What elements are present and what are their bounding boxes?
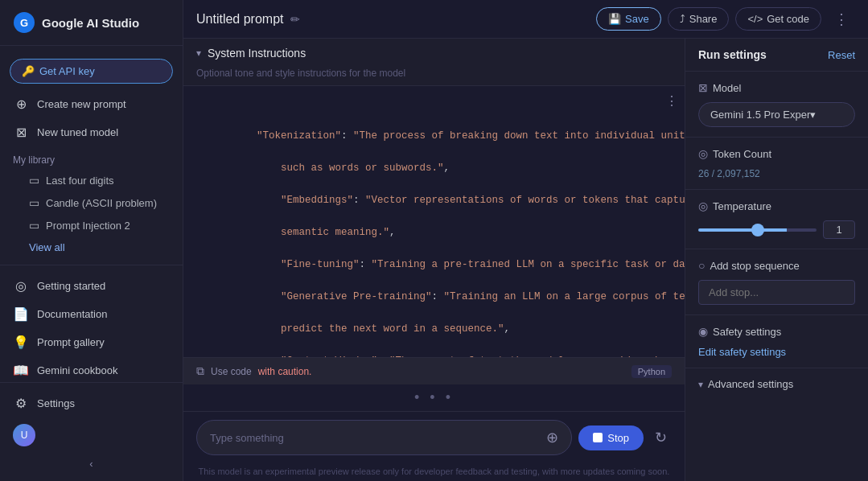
code-block: ⋮ "Tokenization": "The process of breaki… bbox=[183, 86, 685, 357]
sidebar: G Google AI Studio 🔑 Get API key ⊕ Creat… bbox=[0, 0, 183, 481]
warning-text: Use code bbox=[211, 366, 252, 377]
create-prompt-label: Create new prompt bbox=[37, 98, 126, 110]
input-placeholder: Type something bbox=[210, 432, 546, 444]
chevron-down-icon: ▾ bbox=[698, 379, 703, 390]
sidebar-content: 🔑 Get API key ⊕ Create new prompt ⊠ New … bbox=[0, 46, 183, 382]
system-instructions-section: ▾ System Instructions Optional tone and … bbox=[183, 39, 685, 86]
sidebar-header: G Google AI Studio bbox=[0, 0, 183, 46]
cookbook-icon: 📖 bbox=[13, 363, 29, 378]
advanced-settings-label: ▾ Advanced settings bbox=[698, 378, 793, 390]
stop-sequence-input[interactable] bbox=[698, 280, 855, 305]
view-all-button[interactable]: View all bbox=[0, 236, 183, 258]
code-area[interactable]: ⋮ "Tokenization": "The process of breaki… bbox=[183, 86, 685, 357]
sidebar-item-create-prompt[interactable]: ⊕ Create new prompt bbox=[0, 90, 176, 118]
more-options-button[interactable]: ⋮ bbox=[828, 7, 855, 31]
sidebar-item-prompt-injection[interactable]: ▭ Prompt Injection 2 bbox=[0, 214, 176, 236]
content-area: ▾ System Instructions Optional tone and … bbox=[183, 39, 868, 481]
refresh-button[interactable]: ↻ bbox=[650, 424, 672, 451]
user-avatar-area[interactable]: U bbox=[0, 417, 183, 453]
code-icon: </> bbox=[747, 13, 763, 25]
safety-settings-label: ◉ Safety settings bbox=[698, 325, 855, 338]
stop-sequence-icon: ○ bbox=[698, 259, 705, 272]
getting-started-icon: ◎ bbox=[13, 278, 29, 294]
google-ai-studio-logo: G bbox=[13, 11, 35, 34]
stop-button[interactable]: Stop bbox=[578, 426, 644, 450]
get-api-label: Get API key bbox=[39, 65, 95, 77]
system-instructions-hint: Optional tone and style instructions for… bbox=[183, 68, 685, 85]
model-section: ⊠ Model Gemini 1.5 Pro Exper▾ bbox=[685, 72, 868, 138]
edit-title-icon[interactable]: ✏ bbox=[290, 13, 300, 26]
sidebar-item-getting-started[interactable]: ◎ Getting started bbox=[0, 272, 176, 300]
token-count-section: ◎ Token Count 26 / 2,097,152 bbox=[685, 138, 868, 190]
temperature-section: ◎ Temperature 1 bbox=[685, 190, 868, 249]
system-instructions-header[interactable]: ▾ System Instructions bbox=[183, 39, 685, 68]
stop-icon bbox=[593, 433, 603, 442]
advanced-settings-header[interactable]: ▾ Advanced settings bbox=[685, 368, 868, 400]
sidebar-item-new-tuned-model[interactable]: ⊠ New tuned model bbox=[0, 118, 176, 146]
prompt-icon-1: ▭ bbox=[29, 174, 39, 187]
warning-bar: ⧉ Use code with caution. Python bbox=[183, 357, 685, 384]
copy-icon[interactable]: ⧉ bbox=[196, 364, 204, 378]
safety-icon: ◉ bbox=[698, 325, 708, 338]
app-title: Google AI Studio bbox=[42, 16, 139, 30]
temperature-icon: ◎ bbox=[698, 199, 708, 212]
plus-icon: ⊕ bbox=[13, 97, 29, 112]
temperature-slider-area: 1 bbox=[698, 220, 855, 239]
sidebar-item-last-four-digits[interactable]: ▭ Last four digits bbox=[0, 169, 176, 191]
avatar: U bbox=[13, 424, 35, 446]
edit-safety-link[interactable]: Edit safety settings bbox=[698, 346, 855, 358]
more-dots: • • • bbox=[183, 384, 685, 411]
collapse-icon: ▾ bbox=[196, 47, 201, 59]
sidebar-item-settings[interactable]: ⚙ Settings bbox=[0, 389, 176, 417]
gallery-icon: 💡 bbox=[13, 335, 29, 350]
docs-icon: 📄 bbox=[13, 306, 29, 322]
run-settings-title: Run settings bbox=[698, 48, 767, 61]
topbar-actions: 💾 Save ⤴ Share </> Get code ⋮ bbox=[596, 7, 855, 31]
main-area: Untitled prompt ✏ 💾 Save ⤴ Share </> Get… bbox=[183, 0, 868, 481]
sidebar-item-gemini-cookbook[interactable]: 📖 Gemini cookbook bbox=[0, 356, 176, 382]
key-icon: 🔑 bbox=[22, 65, 35, 77]
my-library-label: My library bbox=[0, 146, 183, 169]
sidebar-footer: ⚙ Settings U ‹ bbox=[0, 382, 183, 481]
prompt-icon-2: ▭ bbox=[29, 196, 39, 209]
prompt-icon-3: ▭ bbox=[29, 219, 39, 232]
model-select[interactable]: Gemini 1.5 Pro Exper▾ bbox=[698, 102, 855, 127]
tune-icon: ⊠ bbox=[13, 125, 29, 140]
svg-text:G: G bbox=[20, 17, 28, 29]
sidebar-item-documentation[interactable]: 📄 Documentation bbox=[0, 300, 176, 328]
page-title: Untitled prompt ✏ bbox=[196, 12, 590, 27]
temperature-slider[interactable] bbox=[698, 228, 817, 232]
token-count-label: ◎ Token Count bbox=[698, 147, 855, 160]
save-icon: 💾 bbox=[608, 13, 621, 25]
save-button[interactable]: 💾 Save bbox=[596, 7, 661, 31]
run-settings-header: Run settings Reset bbox=[685, 39, 868, 72]
share-icon: ⤴ bbox=[680, 13, 685, 25]
stop-sequence-section: ○ Add stop sequence bbox=[685, 249, 868, 315]
language-badge: Python bbox=[631, 365, 672, 378]
share-button[interactable]: ⤴ Share bbox=[668, 7, 730, 31]
model-icon: ⊠ bbox=[698, 81, 708, 94]
input-box[interactable]: Type something ⊕ bbox=[196, 420, 572, 455]
get-code-button[interactable]: </> Get code bbox=[735, 7, 821, 31]
get-api-button[interactable]: 🔑 Get API key bbox=[10, 59, 173, 84]
temperature-label: ◎ Temperature bbox=[698, 199, 855, 212]
system-instructions-title: System Instructions bbox=[208, 47, 672, 60]
token-count-value: 26 / 2,097,152 bbox=[698, 168, 855, 179]
sidebar-item-prompt-gallery[interactable]: 💡 Prompt gallery bbox=[0, 328, 176, 356]
sidebar-divider bbox=[0, 265, 183, 265]
temperature-value: 1 bbox=[823, 220, 855, 239]
sidebar-collapse-button[interactable]: ‹ bbox=[0, 453, 183, 475]
prompt-editor: ▾ System Instructions Optional tone and … bbox=[183, 39, 685, 481]
bottom-note: This model is an experimental preview re… bbox=[183, 463, 685, 481]
new-tuned-model-label: New tuned model bbox=[37, 126, 118, 138]
caution-link[interactable]: with caution. bbox=[258, 366, 312, 377]
chevron-left-icon: ‹ bbox=[89, 458, 93, 470]
sidebar-item-candle[interactable]: ▭ Candle (ASCII problem) bbox=[0, 191, 176, 214]
model-label: ⊠ Model bbox=[698, 81, 855, 94]
safety-settings-section: ◉ Safety settings Edit safety settings bbox=[685, 315, 868, 368]
add-content-icon[interactable]: ⊕ bbox=[546, 429, 558, 446]
settings-icon: ⚙ bbox=[13, 396, 29, 411]
code-more-icon[interactable]: ⋮ bbox=[665, 92, 678, 113]
run-settings-panel: Run settings Reset ⊠ Model Gemini 1.5 Pr… bbox=[685, 39, 868, 481]
reset-button[interactable]: Reset bbox=[828, 49, 855, 61]
